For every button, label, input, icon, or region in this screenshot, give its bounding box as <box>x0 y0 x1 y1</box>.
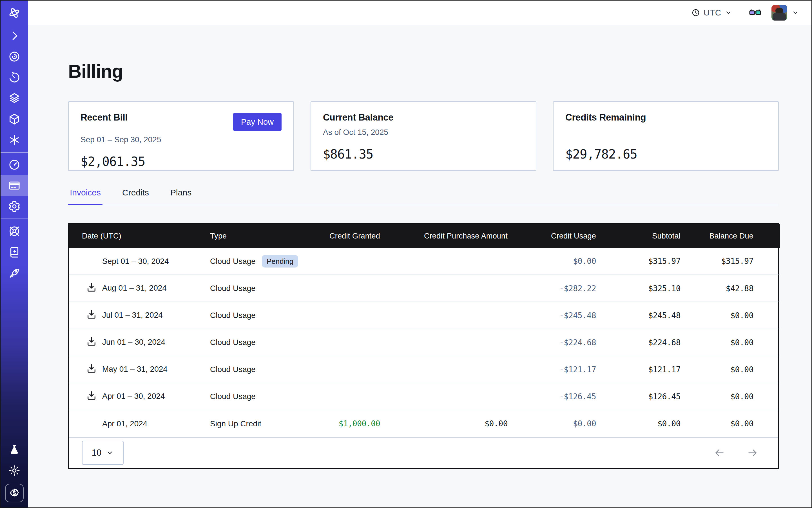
download-slot <box>82 390 102 403</box>
invoice-date-cell: Aug 01 – 31, 2024 <box>69 275 210 302</box>
credit-card-icon <box>8 179 21 192</box>
credit-granted-cell <box>305 302 380 329</box>
invoice-type-cell: Cloud UsagePending <box>210 248 305 275</box>
pager <box>713 447 759 458</box>
status-badge: Pending <box>262 255 298 267</box>
download-invoice-button[interactable] <box>86 309 97 320</box>
sidebar-spacer <box>1 283 28 439</box>
clock-icon <box>691 8 700 17</box>
sidebar-item-collapse[interactable] <box>1 25 28 46</box>
sidebar-item-usage[interactable] <box>1 154 28 175</box>
invoice-row: Apr 01, 2024 Sign Up Credit $1,000.00 $0… <box>69 410 780 437</box>
tab-invoices[interactable]: Invoices <box>68 188 102 205</box>
invoice-date: Sept 01 – 30, 2024 <box>102 257 169 265</box>
invoice-type-cell: Cloud Usage <box>210 383 305 410</box>
sidebar-item-monitor[interactable] <box>1 46 28 67</box>
timezone-selector[interactable]: UTC <box>691 8 732 17</box>
sidebar-item-layers[interactable] <box>1 88 28 109</box>
credit-usage-cell: $0.00 <box>508 248 596 275</box>
download-slot <box>82 309 102 322</box>
sidebar-item-functions[interactable] <box>1 130 28 151</box>
download-icon <box>86 282 97 293</box>
subtotal-cell: $245.48 <box>596 302 681 329</box>
timezone-label: UTC <box>703 8 721 17</box>
current-balance-title: Current Balance <box>323 112 393 123</box>
tab-plans[interactable]: Plans <box>169 188 193 205</box>
download-invoice-button[interactable] <box>86 390 97 401</box>
column-header: Credit Purchase Amount <box>380 224 508 248</box>
next-page-button[interactable] <box>746 447 759 458</box>
sidebar-item-docs[interactable] <box>1 242 28 262</box>
download-slot <box>82 363 102 376</box>
sidebar-item-get-started[interactable] <box>1 262 28 283</box>
sidebar-item-packages[interactable] <box>1 109 28 130</box>
tab-credits[interactable]: Credits <box>121 188 151 205</box>
sidebar-item-theme[interactable] <box>8 460 21 481</box>
credits-remaining-spacer <box>565 127 766 137</box>
credit-purchase-cell <box>380 356 508 383</box>
account-menu-chevron-icon[interactable] <box>792 9 799 16</box>
credit-granted-cell <box>305 356 380 383</box>
coin-dollar-icon <box>8 487 20 499</box>
invoice-row: Sept 01 – 30, 2024 Cloud UsagePending $0… <box>69 248 780 275</box>
previous-page-button[interactable] <box>713 447 726 458</box>
glasses-icon[interactable] <box>749 6 762 19</box>
invoice-row: Apr 01 – 30, 2024 Cloud Usage -$126.45 $… <box>69 383 780 410</box>
page-size-value: 10 <box>92 448 101 458</box>
invoice-date-cell: Apr 01 – 30, 2024 <box>69 383 210 410</box>
balance-due-cell: $315.97 <box>681 248 780 275</box>
balance-due-cell: $0.00 <box>681 410 780 437</box>
sidebar-item-history[interactable] <box>1 67 28 88</box>
sidebar-item-credits-badge[interactable] <box>5 484 24 502</box>
subtotal-cell: $0.00 <box>596 410 681 437</box>
chevron-down-icon <box>106 449 114 457</box>
column-header: Type <box>210 224 305 248</box>
balance-due-cell: $0.00 <box>681 383 780 410</box>
invoice-date: Jul 01 – 31, 2024 <box>102 310 163 319</box>
credit-purchase-cell <box>380 329 508 356</box>
current-balance-asof: As of Oct 15, 2025 <box>323 127 524 137</box>
download-invoice-button[interactable] <box>86 336 97 347</box>
page-size-select[interactable]: 10 <box>82 441 124 465</box>
sidebar-item-logo[interactable] <box>1 1 28 25</box>
invoice-type: Cloud Usage <box>210 257 256 265</box>
balance-due-cell: $42.88 <box>681 275 780 302</box>
current-balance-card: Current Balance As of Oct 15, 2025 $861.… <box>310 101 537 171</box>
credit-purchase-cell <box>380 302 508 329</box>
invoice-type: Cloud Usage <box>210 392 256 401</box>
download-icon <box>86 336 97 347</box>
invoice-date: Aug 01 – 31, 2024 <box>102 283 167 292</box>
credit-granted-cell <box>305 275 380 302</box>
invoice-date-cell: Jun 01 – 30, 2024 <box>69 329 210 356</box>
main-content: Billing Recent Bill Pay Now Sep 01 – Sep… <box>28 25 811 507</box>
pay-now-button[interactable]: Pay Now <box>233 113 282 131</box>
avatar[interactable] <box>771 5 787 20</box>
download-invoice-button[interactable] <box>86 282 97 293</box>
column-header: Balance Due <box>681 224 780 248</box>
sidebar <box>1 1 28 507</box>
download-invoice-button[interactable] <box>86 363 97 374</box>
sidebar-item-support[interactable] <box>1 221 28 242</box>
table-footer: 10 <box>69 437 778 468</box>
credit-purchase-cell: $0.00 <box>380 410 508 437</box>
balance-due-cell: $0.00 <box>681 356 780 383</box>
sidebar-item-settings[interactable] <box>1 196 28 217</box>
subtotal-cell: $325.10 <box>596 275 681 302</box>
asterisk-icon <box>8 133 21 146</box>
credit-purchase-cell <box>380 248 508 275</box>
flask-icon <box>8 443 21 456</box>
sun-icon <box>8 464 21 477</box>
timer-icon <box>8 71 21 84</box>
invoice-row: Jun 01 – 30, 2024 Cloud Usage -$224.68 $… <box>69 329 780 356</box>
billing-tabs: InvoicesCreditsPlans <box>68 188 779 205</box>
credit-usage-cell: -$126.45 <box>508 383 596 410</box>
credit-granted-cell: $1,000.00 <box>305 410 380 437</box>
download-icon <box>86 309 97 320</box>
recent-bill-amount: $2,061.35 <box>81 154 282 169</box>
sidebar-item-billing[interactable] <box>1 175 28 196</box>
chevron-down-icon <box>725 9 732 16</box>
layers-icon <box>8 92 21 105</box>
invoice-row: Aug 01 – 31, 2024 Cloud Usage -$282.22 $… <box>69 275 780 302</box>
sidebar-item-labs[interactable] <box>8 439 21 460</box>
invoice-date-cell: Jul 01 – 31, 2024 <box>69 302 210 329</box>
